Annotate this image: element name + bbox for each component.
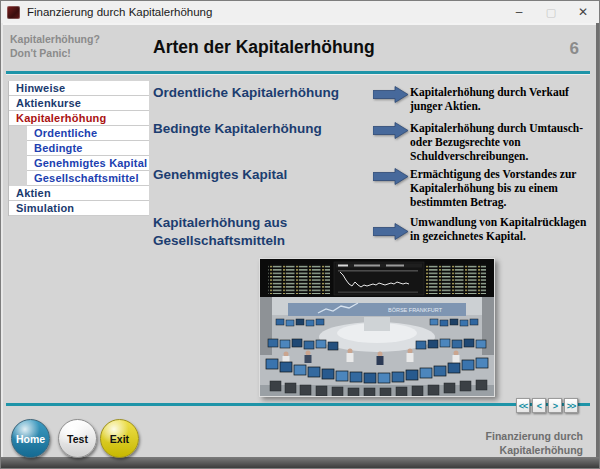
row-heading: Genehmigtes Kapital xyxy=(153,166,369,184)
minimize-button[interactable]: – xyxy=(503,1,535,23)
exit-button[interactable]: Exit xyxy=(100,419,139,458)
brand-line-2: Don't Panic! xyxy=(10,47,100,61)
page-number: 6 xyxy=(570,39,579,59)
frame-bevel-left xyxy=(1,23,3,457)
sidebar-item-aktienkurse[interactable]: Aktienkurse xyxy=(9,96,149,111)
right-arrow-icon xyxy=(373,168,409,185)
sidebar-item-kapitalerhoehung[interactable]: Kapitalerhöhung xyxy=(9,111,149,126)
frame-bevel-right xyxy=(596,23,599,457)
maximize-button[interactable]: ▢ xyxy=(535,1,567,23)
app-icon xyxy=(7,6,20,19)
next-page-button[interactable]: > xyxy=(548,398,562,413)
row-heading: Kapitalerhöhung aus Gesellschaftsmitteln xyxy=(153,214,369,249)
first-page-button[interactable]: << xyxy=(516,398,530,413)
sidebar-item-gesellschaftsmittel[interactable]: Gesellschaftsmittel xyxy=(27,171,149,186)
exchange-photo: BÖRSE FRANKFURT xyxy=(259,258,495,397)
sidebar-item-genehmigtes-kapital[interactable]: Genehmigtes Kapital xyxy=(27,156,149,171)
window-title: Finanzierung durch Kapitalerhöhung xyxy=(27,6,212,18)
sidebar-item-simulation[interactable]: Simulation xyxy=(9,201,149,216)
window-titlebar: Finanzierung durch Kapitalerhöhung – ▢ ✕ xyxy=(1,1,599,24)
sidebar-menu: Hinweise Aktienkurse Kapitalerhöhung Ord… xyxy=(9,81,149,216)
last-page-button[interactable]: >> xyxy=(564,398,578,413)
home-button[interactable]: Home xyxy=(11,419,50,458)
sidebar-item-aktien[interactable]: Aktien xyxy=(9,186,149,201)
pager: << < > >> xyxy=(516,398,578,413)
row-description: Kapitalerhöhung durch Umtausch- oder Bez… xyxy=(410,121,596,163)
right-arrow-icon xyxy=(373,223,409,240)
row-description: Ermächtigung des Vorstandes zur Kapitale… xyxy=(410,167,596,209)
sidebar-item-bedingte[interactable]: Bedingte xyxy=(27,141,149,156)
frame-bevel-top xyxy=(1,23,599,25)
frame-bevel-bottom xyxy=(1,457,599,468)
right-arrow-icon xyxy=(373,86,409,103)
footer-caption: Finanzierung durch Kapitalerhöhung xyxy=(486,430,583,457)
footer-divider xyxy=(6,403,590,406)
row-heading: Ordentliche Kapitalerhöhung xyxy=(153,84,369,102)
test-button[interactable]: Test xyxy=(58,419,97,458)
brand-text: Kapitalerhöhung? Don't Panic! xyxy=(10,33,100,60)
brand-line-1: Kapitalerhöhung? xyxy=(10,33,100,47)
header-divider xyxy=(6,71,590,74)
row-description: Kapitalerhöhung durch Verkauf junger Akt… xyxy=(410,85,596,113)
row-heading: Bedingte Kapitalerhöhung xyxy=(153,120,369,138)
svg-text:BÖRSE FRANKFURT: BÖRSE FRANKFURT xyxy=(388,307,443,313)
row-description: Umwandlung von Kapitalrücklagen in gezei… xyxy=(410,215,596,243)
window-controls: – ▢ ✕ xyxy=(503,1,599,23)
app-window: Finanzierung durch Kapitalerhöhung – ▢ ✕… xyxy=(0,0,600,469)
caption-line-1: Finanzierung durch xyxy=(486,430,583,444)
caption-line-2: Kapitalerhöhung xyxy=(486,444,583,458)
close-button[interactable]: ✕ xyxy=(567,1,599,23)
right-arrow-icon xyxy=(373,122,409,139)
sidebar-item-hinweise[interactable]: Hinweise xyxy=(9,81,149,96)
page-title: Arten der Kapitalerhöhung xyxy=(153,37,375,58)
previous-page-button[interactable]: < xyxy=(532,398,546,413)
sidebar-item-ordentliche[interactable]: Ordentliche xyxy=(27,126,149,141)
